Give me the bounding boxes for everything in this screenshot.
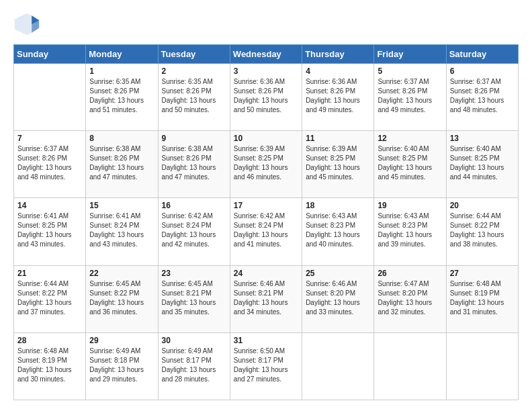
day-info: Sunrise: 6:44 AMSunset: 8:22 PMDaylight:… — [450, 212, 515, 249]
col-monday: Monday — [86, 45, 158, 64]
calendar-cell: 3Sunrise: 6:36 AMSunset: 8:26 PMDaylight… — [230, 64, 302, 131]
day-number: 8 — [89, 134, 154, 143]
calendar-cell — [302, 332, 374, 400]
day-info: Sunrise: 6:37 AMSunset: 8:26 PMDaylight:… — [450, 77, 515, 115]
day-info: Sunrise: 6:37 AMSunset: 8:26 PMDaylight:… — [17, 144, 82, 182]
day-info: Sunrise: 6:45 AMSunset: 8:21 PMDaylight:… — [162, 279, 226, 317]
day-number: 31 — [234, 336, 298, 345]
logo-icon — [13, 11, 40, 38]
day-info: Sunrise: 6:42 AMSunset: 8:24 PMDaylight:… — [162, 212, 226, 249]
calendar-cell: 25Sunrise: 6:46 AMSunset: 8:20 PMDayligh… — [302, 265, 374, 332]
day-number: 17 — [234, 201, 298, 210]
day-number: 16 — [162, 201, 226, 210]
calendar-cell — [14, 64, 86, 131]
day-number: 11 — [306, 134, 370, 143]
day-info: Sunrise: 6:42 AMSunset: 8:24 PMDaylight:… — [234, 212, 298, 249]
day-info: Sunrise: 6:43 AMSunset: 8:23 PMDaylight:… — [306, 212, 370, 249]
day-number: 20 — [450, 201, 515, 210]
day-info: Sunrise: 6:39 AMSunset: 8:25 PMDaylight:… — [306, 144, 370, 182]
calendar-cell: 1Sunrise: 6:35 AMSunset: 8:26 PMDaylight… — [86, 64, 158, 131]
calendar-cell: 21Sunrise: 6:44 AMSunset: 8:22 PMDayligh… — [14, 265, 86, 332]
day-info: Sunrise: 6:35 AMSunset: 8:26 PMDaylight:… — [89, 77, 154, 115]
calendar-cell — [446, 332, 518, 400]
day-number: 7 — [17, 134, 82, 143]
calendar-cell: 20Sunrise: 6:44 AMSunset: 8:22 PMDayligh… — [446, 198, 518, 265]
calendar-cell: 14Sunrise: 6:41 AMSunset: 8:25 PMDayligh… — [14, 198, 86, 265]
day-number: 30 — [162, 336, 226, 345]
header — [13, 11, 519, 38]
week-row-1: 7Sunrise: 6:37 AMSunset: 8:26 PMDaylight… — [14, 131, 519, 198]
day-number: 4 — [306, 66, 370, 76]
calendar-cell: 27Sunrise: 6:48 AMSunset: 8:19 PMDayligh… — [446, 265, 518, 332]
calendar-cell: 26Sunrise: 6:47 AMSunset: 8:20 PMDayligh… — [374, 265, 446, 332]
day-number: 3 — [234, 66, 298, 76]
calendar-table: SundayMondayTuesdayWednesdayThursdayFrid… — [13, 44, 519, 400]
day-number: 27 — [450, 269, 515, 278]
calendar-cell: 29Sunrise: 6:49 AMSunset: 8:18 PMDayligh… — [86, 332, 158, 400]
day-number: 23 — [162, 269, 226, 278]
calendar-cell: 22Sunrise: 6:45 AMSunset: 8:22 PMDayligh… — [86, 265, 158, 332]
day-info: Sunrise: 6:38 AMSunset: 8:26 PMDaylight:… — [162, 144, 226, 182]
calendar-cell: 28Sunrise: 6:48 AMSunset: 8:19 PMDayligh… — [14, 332, 86, 400]
day-info: Sunrise: 6:36 AMSunset: 8:26 PMDaylight:… — [234, 77, 298, 115]
calendar-cell: 19Sunrise: 6:43 AMSunset: 8:23 PMDayligh… — [374, 198, 446, 265]
day-number: 5 — [378, 66, 442, 76]
day-number: 18 — [306, 201, 370, 210]
day-info: Sunrise: 6:41 AMSunset: 8:25 PMDaylight:… — [17, 212, 82, 249]
calendar-cell: 9Sunrise: 6:38 AMSunset: 8:26 PMDaylight… — [158, 131, 230, 198]
day-number: 29 — [89, 336, 154, 345]
day-number: 10 — [234, 134, 298, 143]
logo — [13, 11, 44, 38]
calendar-cell: 8Sunrise: 6:38 AMSunset: 8:26 PMDaylight… — [86, 131, 158, 198]
day-number: 12 — [378, 134, 442, 143]
col-tuesday: Tuesday — [158, 45, 230, 64]
day-number: 13 — [450, 134, 515, 143]
calendar-header: SundayMondayTuesdayWednesdayThursdayFrid… — [14, 45, 519, 64]
calendar-cell: 18Sunrise: 6:43 AMSunset: 8:23 PMDayligh… — [302, 198, 374, 265]
day-number: 14 — [17, 201, 82, 210]
day-info: Sunrise: 6:44 AMSunset: 8:22 PMDaylight:… — [17, 279, 82, 317]
day-info: Sunrise: 6:48 AMSunset: 8:19 PMDaylight:… — [450, 279, 515, 317]
calendar-cell: 6Sunrise: 6:37 AMSunset: 8:26 PMDaylight… — [446, 64, 518, 131]
col-thursday: Thursday — [302, 45, 374, 64]
day-number: 19 — [378, 201, 442, 210]
day-number: 28 — [17, 336, 82, 345]
day-info: Sunrise: 6:40 AMSunset: 8:25 PMDaylight:… — [450, 144, 515, 182]
col-saturday: Saturday — [446, 45, 518, 64]
day-info: Sunrise: 6:35 AMSunset: 8:26 PMDaylight:… — [162, 77, 226, 115]
calendar-cell: 11Sunrise: 6:39 AMSunset: 8:25 PMDayligh… — [302, 131, 374, 198]
calendar-cell: 30Sunrise: 6:49 AMSunset: 8:17 PMDayligh… — [158, 332, 230, 400]
day-info: Sunrise: 6:38 AMSunset: 8:26 PMDaylight:… — [89, 144, 154, 182]
page: SundayMondayTuesdayWednesdayThursdayFrid… — [0, 0, 532, 411]
day-number: 9 — [162, 134, 226, 143]
day-info: Sunrise: 6:48 AMSunset: 8:19 PMDaylight:… — [17, 347, 82, 384]
col-friday: Friday — [374, 45, 446, 64]
calendar-cell: 10Sunrise: 6:39 AMSunset: 8:25 PMDayligh… — [230, 131, 302, 198]
calendar-cell: 15Sunrise: 6:41 AMSunset: 8:24 PMDayligh… — [86, 198, 158, 265]
calendar-cell: 12Sunrise: 6:40 AMSunset: 8:25 PMDayligh… — [374, 131, 446, 198]
day-info: Sunrise: 6:47 AMSunset: 8:20 PMDaylight:… — [378, 279, 442, 317]
day-info: Sunrise: 6:39 AMSunset: 8:25 PMDaylight:… — [234, 144, 298, 182]
calendar-cell: 17Sunrise: 6:42 AMSunset: 8:24 PMDayligh… — [230, 198, 302, 265]
col-sunday: Sunday — [14, 45, 86, 64]
col-wednesday: Wednesday — [230, 45, 302, 64]
calendar-cell: 4Sunrise: 6:36 AMSunset: 8:26 PMDaylight… — [302, 64, 374, 131]
day-info: Sunrise: 6:40 AMSunset: 8:25 PMDaylight:… — [378, 144, 442, 182]
week-row-3: 21Sunrise: 6:44 AMSunset: 8:22 PMDayligh… — [14, 265, 519, 332]
calendar-cell: 16Sunrise: 6:42 AMSunset: 8:24 PMDayligh… — [158, 198, 230, 265]
day-info: Sunrise: 6:46 AMSunset: 8:21 PMDaylight:… — [234, 279, 298, 317]
calendar-cell: 5Sunrise: 6:37 AMSunset: 8:26 PMDaylight… — [374, 64, 446, 131]
day-info: Sunrise: 6:45 AMSunset: 8:22 PMDaylight:… — [89, 279, 154, 317]
day-info: Sunrise: 6:50 AMSunset: 8:17 PMDaylight:… — [234, 347, 298, 384]
day-number: 26 — [378, 269, 442, 278]
day-info: Sunrise: 6:49 AMSunset: 8:17 PMDaylight:… — [162, 347, 226, 384]
calendar-cell — [374, 332, 446, 400]
day-number: 24 — [234, 269, 298, 278]
calendar-cell: 2Sunrise: 6:35 AMSunset: 8:26 PMDaylight… — [158, 64, 230, 131]
day-info: Sunrise: 6:37 AMSunset: 8:26 PMDaylight:… — [378, 77, 442, 115]
day-info: Sunrise: 6:41 AMSunset: 8:24 PMDaylight:… — [89, 212, 154, 249]
day-info: Sunrise: 6:49 AMSunset: 8:18 PMDaylight:… — [89, 347, 154, 384]
day-number: 1 — [89, 66, 154, 76]
week-row-4: 28Sunrise: 6:48 AMSunset: 8:19 PMDayligh… — [14, 332, 519, 400]
calendar-body: 1Sunrise: 6:35 AMSunset: 8:26 PMDaylight… — [14, 64, 519, 400]
